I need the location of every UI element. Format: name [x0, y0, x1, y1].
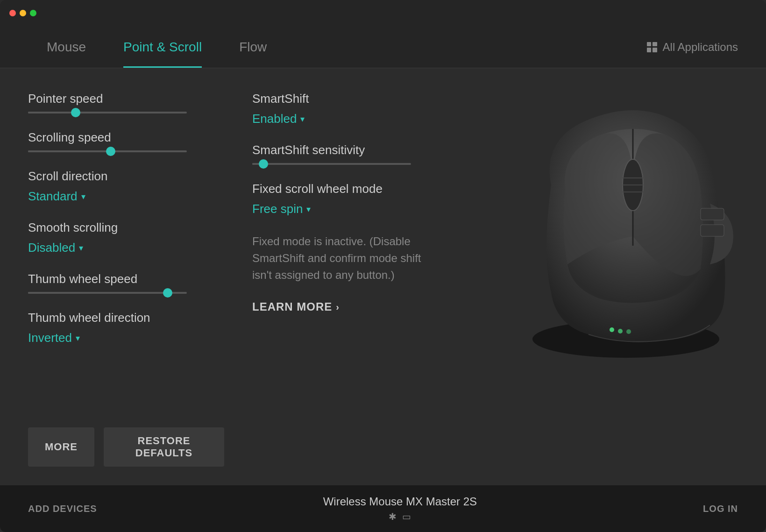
apps-grid-icon	[647, 42, 657, 52]
learn-more-arrow-icon: ›	[336, 302, 340, 312]
bluetooth-icon: ✱	[389, 511, 397, 522]
footer-center: Wireless Mouse MX Master 2S ✱ ▭	[97, 495, 703, 522]
left-panel: Pointer speed Scrolling speed Scroll dir…	[28, 92, 224, 467]
smartshift-sensitivity-slider[interactable]	[252, 163, 411, 165]
close-button[interactable]	[9, 10, 16, 16]
log-in-button[interactable]: LOG IN	[703, 504, 738, 514]
thumb-wheel-speed-slider[interactable]	[28, 292, 187, 294]
scrolling-speed-setting: Scrolling speed	[28, 130, 224, 152]
bottom-buttons: MORE RESTORE DEFAULTS	[28, 418, 224, 467]
scroll-direction-dropdown[interactable]: Standard ▾	[28, 189, 224, 204]
more-button[interactable]: MORE	[28, 427, 94, 467]
chevron-down-icon: ▾	[76, 333, 80, 343]
scrolling-speed-thumb[interactable]	[106, 147, 115, 156]
minimize-button[interactable]	[20, 10, 26, 16]
scrolling-speed-label: Scrolling speed	[28, 130, 224, 145]
main-content: Pointer speed Scrolling speed Scroll dir…	[0, 68, 766, 485]
scroll-direction-setting: Scroll direction Standard ▾	[28, 169, 224, 204]
thumb-wheel-speed-setting: Thumb wheel speed	[28, 272, 224, 294]
scroll-direction-label: Scroll direction	[28, 169, 224, 184]
app-window: Mouse Point & Scroll Flow All Applicatio…	[0, 0, 766, 532]
thumb-wheel-speed-label: Thumb wheel speed	[28, 272, 224, 286]
chevron-down-icon: ▾	[300, 114, 305, 124]
battery-icon: ▭	[402, 511, 411, 522]
all-applications[interactable]: All Applications	[647, 41, 738, 54]
footer-icons: ✱ ▭	[389, 511, 411, 522]
pointer-speed-thumb[interactable]	[71, 108, 80, 117]
thumb-wheel-speed-thumb[interactable]	[163, 288, 172, 298]
tab-flow[interactable]: Flow	[220, 26, 285, 68]
smooth-scrolling-label: Smooth scrolling	[28, 220, 224, 235]
thumb-wheel-direction-setting: Thumb wheel direction Inverted ▾	[28, 311, 224, 345]
add-devices-button[interactable]: ADD DEVICES	[28, 504, 97, 514]
maximize-button[interactable]	[30, 10, 36, 16]
svg-point-8	[610, 327, 614, 332]
thumb-wheel-direction-label: Thumb wheel direction	[28, 311, 224, 325]
restore-defaults-button[interactable]: RESTORE DEFAULTS	[104, 427, 224, 467]
svg-rect-6	[701, 208, 724, 220]
mouse-image	[495, 92, 738, 362]
thumb-wheel-direction-dropdown[interactable]: Inverted ▾	[28, 331, 224, 345]
chevron-down-icon: ▾	[306, 204, 311, 214]
right-panel: SmartShift Enabled ▾ SmartShift sensitiv…	[252, 92, 738, 467]
pointer-speed-setting: Pointer speed	[28, 92, 224, 113]
titlebar	[0, 0, 766, 26]
smooth-scrolling-setting: Smooth scrolling Disabled ▾	[28, 220, 224, 255]
device-name: Wireless Mouse MX Master 2S	[323, 495, 477, 508]
smooth-scrolling-dropdown[interactable]: Disabled ▾	[28, 241, 224, 255]
svg-point-9	[618, 329, 623, 333]
svg-rect-7	[701, 225, 724, 236]
traffic-lights	[9, 10, 36, 16]
smartshift-sensitivity-thumb[interactable]	[259, 159, 268, 169]
tab-mouse[interactable]: Mouse	[28, 26, 105, 68]
pointer-speed-slider[interactable]	[28, 112, 187, 113]
tab-point-scroll[interactable]: Point & Scroll	[105, 26, 220, 68]
chevron-down-icon: ▾	[81, 192, 85, 202]
pointer-speed-label: Pointer speed	[28, 92, 224, 106]
chevron-down-icon: ▾	[79, 243, 83, 253]
footer: ADD DEVICES Wireless Mouse MX Master 2S …	[0, 485, 766, 532]
svg-point-10	[626, 329, 631, 334]
inactive-notice: Fixed mode is inactive. (Disable SmartSh…	[252, 233, 430, 284]
scrolling-speed-slider[interactable]	[28, 150, 187, 152]
tabs-bar: Mouse Point & Scroll Flow All Applicatio…	[0, 26, 766, 68]
